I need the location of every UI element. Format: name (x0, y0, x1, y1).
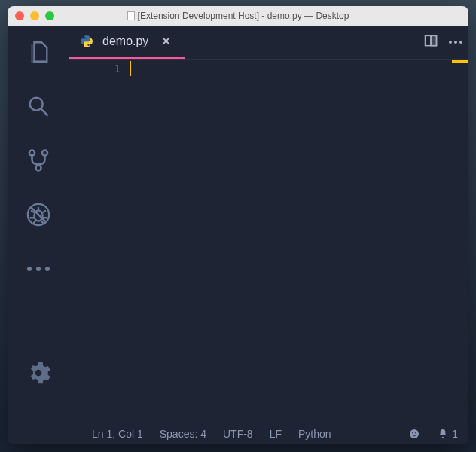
svg-point-3 (35, 165, 41, 170)
window-title: [Extension Development Host] - demo.py —… (8, 11, 468, 21)
status-bar: Ln 1, Col 1 Spaces: 4 UTF-8 LF Python 1 (8, 423, 468, 444)
search-icon[interactable] (26, 93, 51, 119)
feedback-icon[interactable] (408, 428, 420, 440)
svg-point-0 (30, 98, 43, 111)
tab-label: demo.py (102, 35, 148, 48)
more-views-icon[interactable] (26, 256, 51, 282)
svg-point-13 (415, 432, 416, 434)
debug-icon[interactable] (26, 202, 51, 228)
close-window-button[interactable] (15, 11, 24, 20)
traffic-lights (15, 11, 54, 20)
editor[interactable]: 1 (69, 59, 468, 423)
minimize-window-button[interactable] (30, 11, 39, 20)
settings-gear-icon[interactable] (26, 360, 51, 386)
cursor (130, 61, 131, 76)
python-icon (80, 35, 93, 48)
language-mode[interactable]: Python (298, 428, 331, 440)
svg-point-11 (410, 429, 419, 438)
svg-point-2 (42, 151, 47, 156)
tabs-bar: demo.py ✕ (69, 26, 468, 59)
svg-point-7 (35, 370, 42, 377)
file-icon (127, 11, 135, 20)
split-editor-icon[interactable] (423, 33, 438, 51)
more-actions-icon[interactable] (449, 41, 462, 44)
titlebar[interactable]: [Extension Development Host] - demo.py —… (8, 6, 468, 26)
svg-point-1 (29, 151, 35, 156)
close-tab-icon[interactable]: ✕ (157, 33, 175, 50)
bell-icon (437, 428, 449, 440)
editor-group: demo.py ✕ 1 (69, 26, 468, 423)
source-control-icon[interactable] (26, 148, 51, 173)
gutter: 1 (69, 60, 130, 423)
encoding[interactable]: UTF-8 (223, 428, 253, 440)
end-of-line[interactable]: LF (270, 428, 282, 440)
overview-ruler-mark (452, 60, 468, 63)
svg-rect-10 (431, 35, 437, 45)
svg-point-12 (412, 432, 413, 434)
notifications[interactable]: 1 (437, 428, 458, 440)
app-window: [Extension Development Host] - demo.py —… (8, 6, 468, 444)
activity-bar (8, 26, 69, 423)
fullscreen-window-button[interactable] (45, 11, 54, 20)
indentation[interactable]: Spaces: 4 (160, 428, 206, 440)
explorer-icon[interactable] (26, 39, 51, 65)
line-number: 1 (69, 63, 121, 75)
tab-demo-py[interactable]: demo.py ✕ (69, 26, 185, 59)
window-body: demo.py ✕ 1 (8, 26, 468, 423)
cursor-position[interactable]: Ln 1, Col 1 (92, 428, 143, 440)
